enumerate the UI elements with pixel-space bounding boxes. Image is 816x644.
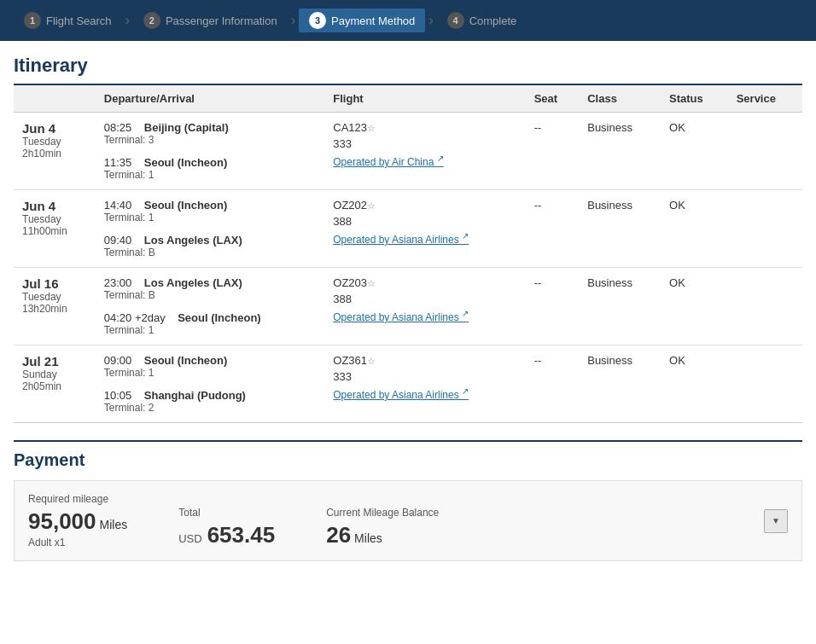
dep-terminal: Terminal: 3: [104, 134, 317, 146]
operator-link[interactable]: Operated by Air China ↗: [333, 154, 516, 168]
arr-city: Seoul (Incheon): [178, 311, 261, 324]
flight-cell-2: OZ203☆ 388 Operated by Asiana Airlines ↗: [324, 268, 525, 345]
flight-number: OZ361: [333, 354, 367, 367]
col-service: Service: [728, 85, 802, 113]
day-value: Sunday: [22, 368, 87, 380]
arr-time: 10:05: [104, 389, 132, 402]
col-departure-arrival: Departure/Arrival: [96, 85, 325, 113]
col-seat: Seat: [526, 85, 580, 113]
pax-label: Adult x1: [28, 537, 127, 548]
status-value: OK: [669, 276, 685, 289]
status-cell-2: OK: [661, 268, 728, 345]
star-icon: ☆: [367, 200, 376, 211]
dep-arr-cell-3: 09:00 Seoul (Incheon) Terminal: 1 10:05 …: [96, 345, 325, 423]
aircraft-type: 388: [333, 215, 516, 228]
flight-number: CA123: [333, 121, 367, 134]
status-value: OK: [669, 199, 685, 212]
dep-block: 23:00 Los Angeles (LAX) Terminal: B: [104, 276, 317, 301]
arr-terminal: Terminal: 2: [104, 402, 317, 414]
duration-value: 2h10min: [22, 148, 87, 160]
arr-block: 09:40 Los Angeles (LAX) Terminal: B: [104, 234, 317, 258]
progress-bar: 1 Flight Search › 2 Passenger Informatio…: [0, 0, 816, 41]
main-content: Itinerary Departure/Arrival Flight Seat …: [0, 41, 816, 561]
step-2-passenger[interactable]: 2 Passenger Information: [133, 9, 288, 32]
flight-num-line: OZ203☆: [333, 276, 516, 289]
duration-value: 11h00min: [22, 225, 87, 237]
dropdown-button[interactable]: ▼: [764, 509, 788, 533]
flight-block: OZ361☆ 333 Operated by Asiana Airlines ↗: [333, 354, 516, 401]
dep-arr-cell-1: 14:40 Seoul (Incheon) Terminal: 1 09:40 …: [96, 190, 325, 268]
table-header-row: Departure/Arrival Flight Seat Class Stat…: [14, 85, 802, 113]
dep-block: 08:25 Beijing (Capital) Terminal: 3: [104, 121, 317, 146]
step-3-payment[interactable]: 3 Payment Method: [299, 9, 425, 32]
col-class: Class: [579, 85, 661, 113]
class-cell-1: Business: [579, 190, 661, 268]
seat-value: --: [534, 121, 542, 134]
class-value: Business: [587, 121, 632, 134]
service-cell-3: [728, 345, 802, 423]
status-value: OK: [669, 354, 685, 367]
class-value: Business: [587, 199, 632, 212]
arr-block: 10:05 Shanghai (Pudong) Terminal: 2: [104, 389, 317, 414]
city-block: 09:00 Seoul (Incheon) Terminal: 1 10:05 …: [104, 354, 317, 414]
table-row: Jul 16 Tuesday 13h20min 23:00 Los Angele…: [14, 268, 802, 345]
class-cell-3: Business: [579, 345, 661, 423]
operator-link[interactable]: Operated by Asiana Airlines ↗: [333, 386, 516, 401]
date-cell-0: Jun 4 Tuesday 2h10min: [14, 113, 96, 190]
day-value: Tuesday: [22, 291, 87, 303]
aircraft-type: 388: [333, 293, 516, 305]
flight-block: OZ202☆ 388 Operated by Asiana Airlines ↗: [333, 199, 516, 246]
dep-block: 09:00 Seoul (Incheon) Terminal: 1: [104, 354, 317, 379]
operator-link[interactable]: Operated by Asiana Airlines ↗: [333, 231, 516, 246]
dep-city: Los Angeles (LAX): [144, 276, 242, 289]
arr-time: 11:35: [104, 156, 132, 169]
balance-number: 26: [326, 522, 351, 548]
dep-terminal: Terminal: 1: [104, 212, 317, 223]
payment-body: Required mileage 95,000 Miles Adult x1 T…: [14, 480, 802, 561]
seat-cell-3: --: [526, 345, 580, 423]
col-date: [14, 85, 96, 113]
class-value: Business: [587, 276, 632, 289]
balance-unit: Miles: [354, 531, 382, 545]
step-2-number: 2: [143, 12, 160, 29]
flight-number: OZ202: [333, 199, 367, 212]
step-4-number: 4: [447, 12, 464, 29]
arr-time: 04:20 +2day: [104, 311, 166, 324]
itinerary-title: Itinerary: [14, 55, 802, 85]
dep-time: 23:00: [104, 276, 132, 289]
service-cell-1: [728, 190, 802, 268]
external-link-icon: ↗: [437, 154, 444, 163]
dep-terminal: Terminal: B: [104, 289, 317, 301]
arr-time: 09:40: [104, 234, 132, 247]
dep-arr-cell-0: 08:25 Beijing (Capital) Terminal: 3 11:3…: [96, 113, 325, 190]
required-mileage-value: 95,000 Miles: [28, 508, 127, 535]
seat-value: --: [534, 199, 542, 212]
total-amount: 653.45: [207, 522, 276, 548]
step-1-flight-search[interactable]: 1 Flight Search: [14, 9, 122, 32]
step-4-complete[interactable]: 4 Complete: [437, 9, 527, 32]
step-divider-3: ›: [428, 13, 433, 28]
step-4-label: Complete: [469, 15, 517, 27]
total-currency: USD: [178, 532, 201, 545]
flight-block: OZ203☆ 388 Operated by Asiana Airlines ↗: [333, 276, 516, 323]
dep-time: 09:00: [104, 354, 132, 367]
star-icon: ☆: [367, 356, 376, 366]
external-link-icon: ↗: [462, 309, 469, 318]
col-status: Status: [661, 85, 728, 113]
arr-city: Shanghai (Pudong): [144, 389, 246, 402]
dep-time: 14:40: [104, 199, 132, 212]
service-cell-2: [728, 268, 802, 345]
step-divider-2: ›: [291, 13, 295, 28]
class-cell-0: Business: [579, 113, 661, 190]
external-link-icon: ↗: [462, 231, 469, 241]
aircraft-type: 333: [333, 370, 516, 383]
step-divider-1: ›: [125, 13, 130, 28]
required-mileage-block: Required mileage 95,000 Miles Adult x1: [28, 493, 127, 548]
star-icon: ☆: [367, 278, 376, 288]
payment-section: Payment Required mileage 95,000 Miles Ad…: [14, 440, 802, 561]
class-value: Business: [587, 354, 632, 367]
step-3-label: Payment Method: [331, 15, 415, 27]
day-value: Tuesday: [22, 136, 87, 148]
operator-link[interactable]: Operated by Asiana Airlines ↗: [333, 309, 516, 323]
flight-number: OZ203: [333, 276, 367, 289]
